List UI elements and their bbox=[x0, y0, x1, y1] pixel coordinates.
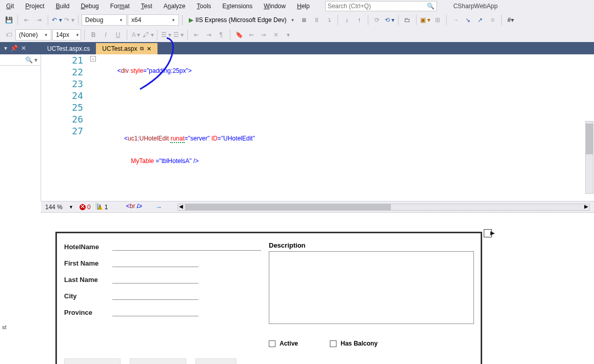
save-button[interactable]: Save bbox=[64, 358, 121, 364]
province-input[interactable] bbox=[112, 307, 199, 316]
chevron-icon[interactable]: ▾ bbox=[4, 45, 7, 52]
code-area[interactable]: <div style="padding:25px"> <uc1:UHotelEd… bbox=[98, 54, 594, 201]
line-number: 23 bbox=[41, 78, 90, 90]
tab-label: UCTest.aspx bbox=[102, 45, 137, 52]
line-number: 27 bbox=[41, 125, 90, 137]
config-dropdown[interactable]: Debug ▼ bbox=[82, 14, 127, 26]
tool-window-header: ▾ 📌 ✕ bbox=[0, 42, 41, 54]
menu-build[interactable]: Build bbox=[54, 2, 72, 11]
tab-label: UCTest.aspx.cs bbox=[47, 45, 90, 52]
city-input[interactable] bbox=[112, 291, 199, 300]
error-count[interactable]: ✕ 0 bbox=[80, 204, 91, 211]
highlight-icon[interactable]: 🖍 ▾ bbox=[143, 29, 154, 41]
field-label: First Name bbox=[64, 259, 112, 267]
step-out-icon[interactable]: ↑ bbox=[353, 14, 365, 26]
scroll-right-icon[interactable]: ▶ bbox=[584, 204, 588, 209]
pin-icon[interactable]: 📌 bbox=[10, 45, 18, 52]
fold-toggle-icon[interactable]: − bbox=[90, 56, 96, 62]
back-cancel-button[interactable]: Back/Cancel bbox=[130, 358, 186, 364]
arrow-right-icon[interactable]: → bbox=[450, 14, 461, 26]
code-editor[interactable]: 21 22 23 24 25 26 27 − <div style="paddi… bbox=[41, 54, 594, 201]
firstname-input[interactable] bbox=[112, 258, 199, 267]
hotelname-input[interactable] bbox=[112, 241, 261, 251]
menu-tools[interactable]: Tools bbox=[195, 2, 213, 11]
next-bookmark-icon[interactable]: ⇒ bbox=[258, 29, 269, 41]
step-in-arrow-icon[interactable]: ↘ bbox=[462, 14, 473, 26]
indent-decrease-icon[interactable]: ⇤ bbox=[21, 14, 32, 26]
fontcolor-icon[interactable]: A ▾ bbox=[130, 29, 142, 41]
menu-help[interactable]: Help bbox=[295, 2, 312, 11]
prev-bookmark-icon[interactable]: ⇐ bbox=[246, 29, 257, 41]
run-button[interactable]: ▶ IIS Express (Microsoft Edge Dev) ▼ bbox=[186, 14, 298, 26]
document-tabs: ▾ 📌 ✕ UCTest.aspx.cs UCTest.aspx ⧉ ✕ bbox=[0, 42, 594, 54]
browse-icon[interactable]: 🗀 bbox=[402, 14, 413, 26]
active-checkbox[interactable]: Active bbox=[269, 340, 298, 347]
align-left-icon[interactable]: ☰ ▾ bbox=[161, 29, 172, 41]
bold-icon[interactable]: B bbox=[88, 29, 99, 41]
menu-window[interactable]: Window bbox=[262, 2, 288, 11]
menu-format[interactable]: Format bbox=[108, 2, 132, 11]
list-icon[interactable]: ≡ bbox=[487, 14, 498, 26]
lastname-input[interactable] bbox=[112, 274, 199, 284]
refresh-icon[interactable]: ⟲ ▾ bbox=[384, 14, 395, 26]
config-value: Debug bbox=[85, 16, 103, 24]
pin-icon[interactable]: ⧉ bbox=[140, 46, 144, 52]
grid-icon[interactable]: ⊞ bbox=[432, 14, 443, 26]
tag-dropdown[interactable]: (None) ▼ bbox=[15, 29, 51, 41]
editor-split: 🔍 ▾ 21 22 23 24 25 26 27 − <div style="p… bbox=[0, 54, 594, 201]
clear-bookmarks-icon[interactable]: ✕ bbox=[270, 29, 282, 41]
more-icon[interactable]: ▾ bbox=[283, 29, 294, 41]
view-icon[interactable]: ▣ ▾ bbox=[420, 14, 431, 26]
undo-icon[interactable]: ↶ ▾ bbox=[51, 14, 63, 26]
fontsize-dropdown[interactable]: 14px ▼ bbox=[52, 29, 81, 41]
step-out-arrow-icon[interactable]: ↗ bbox=[474, 14, 486, 26]
tab-uctest-cs[interactable]: UCTest.aspx.cs bbox=[41, 43, 96, 54]
step-over-icon[interactable]: ↴ bbox=[323, 14, 334, 26]
tab-uctest-aspx[interactable]: UCTest.aspx ⧉ ✕ bbox=[96, 43, 157, 54]
balcony-checkbox[interactable]: Has Balcony bbox=[330, 340, 378, 347]
para-icon[interactable]: ¶ bbox=[215, 29, 227, 41]
sidebar-search[interactable]: 🔍 ▾ bbox=[0, 54, 41, 66]
menu-analyze[interactable]: Analyze bbox=[162, 2, 188, 11]
tag-icon[interactable]: 🏷 bbox=[3, 29, 14, 41]
platform-dropdown[interactable]: x64 ▼ bbox=[128, 14, 179, 26]
debug-stop-icon[interactable]: ⏹ bbox=[299, 14, 310, 26]
underline-icon[interactable]: U bbox=[112, 29, 124, 41]
smart-tag-icon[interactable]: ▶ bbox=[490, 230, 494, 236]
indent-increase-icon[interactable]: ⇥ bbox=[33, 14, 45, 26]
description-textarea[interactable] bbox=[269, 251, 474, 324]
outdent-icon[interactable]: ⇤ bbox=[191, 29, 202, 41]
debug-pause-icon[interactable]: ⏸ bbox=[311, 14, 322, 26]
menu-project[interactable]: Project bbox=[23, 2, 46, 11]
bookmark-icon[interactable]: 🔖 bbox=[233, 29, 245, 41]
global-search[interactable]: 🔍 bbox=[325, 1, 437, 11]
editor-vscroll[interactable] bbox=[585, 121, 593, 194]
form-designer[interactable]: ▶ HotelName First Name Last Name City Pr… bbox=[55, 232, 482, 364]
scroll-left-icon[interactable]: ◀ bbox=[179, 204, 183, 209]
caret-down-icon: ▼ bbox=[75, 33, 80, 37]
italic-icon[interactable]: I bbox=[100, 29, 111, 41]
restart-icon[interactable]: ⟳ bbox=[371, 14, 383, 26]
zoom-level[interactable]: 144 % bbox=[45, 204, 63, 211]
menu-test[interactable]: Test bbox=[139, 2, 154, 11]
zoom-caret-icon[interactable]: ▼ bbox=[69, 205, 73, 210]
toolbox-sidebar: 🔍 ▾ bbox=[0, 54, 41, 201]
line-number: 25 bbox=[41, 102, 90, 113]
play-icon: ▶ bbox=[189, 16, 193, 24]
save-icon[interactable]: 💾 bbox=[3, 14, 14, 26]
redo-icon[interactable]: ↷ ▾ bbox=[64, 14, 75, 26]
search-input[interactable] bbox=[328, 3, 427, 10]
indent-icon2[interactable]: ⇥ bbox=[203, 29, 214, 41]
close-icon[interactable]: ✕ bbox=[147, 46, 151, 52]
menu-git[interactable]: Git bbox=[4, 2, 16, 11]
menu-debug[interactable]: Debug bbox=[78, 2, 101, 11]
toolbar-main: 💾 ⇤ ⇥ ↶ ▾ ↷ ▾ Debug ▼ x64 ▼ ▶ IIS Expres… bbox=[0, 12, 594, 28]
hash-icon[interactable]: # ▾ bbox=[505, 14, 516, 26]
menu-extensions[interactable]: Extensions bbox=[221, 2, 255, 11]
step-into-icon[interactable]: ↓ bbox=[341, 14, 352, 26]
close-icon[interactable]: ✕ bbox=[21, 45, 26, 52]
delete-button[interactable]: Delete bbox=[195, 358, 236, 364]
description-label: Description bbox=[269, 241, 474, 249]
editor-hscroll[interactable]: ◀ ▶ bbox=[177, 204, 590, 211]
list-bullet-icon[interactable]: ☲ ▾ bbox=[173, 29, 184, 41]
